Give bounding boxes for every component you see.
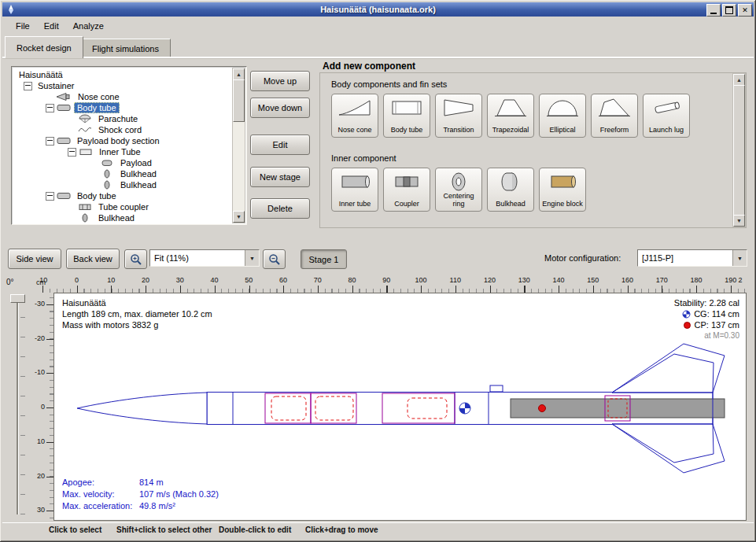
coupler-icon (389, 171, 424, 192)
ruler-label: 110 (450, 276, 461, 284)
add-transition-button[interactable]: Transition (435, 94, 482, 138)
move-down-button[interactable]: Move down (250, 98, 310, 118)
ruler-label: 160 (621, 276, 633, 284)
collapse-icon[interactable] (46, 192, 54, 201)
zoom-in-button[interactable] (124, 249, 147, 269)
hint-drag: Click+drag to move (305, 525, 378, 534)
collapse-icon[interactable] (46, 137, 54, 146)
motor-configuration-label: Motor configuration: (544, 253, 621, 263)
add-freeform-fin-button[interactable]: Freeform (591, 94, 638, 138)
add-centering-ring-button[interactable]: Centering ring (435, 168, 482, 212)
edit-button[interactable]: Edit (250, 135, 310, 155)
maximize-button[interactable] (722, 4, 736, 17)
tree-item-payload-section[interactable]: Payload body section (13, 135, 234, 146)
menu-bar: File Edit Analyze (2, 17, 756, 35)
delete-button[interactable]: Delete (250, 198, 310, 219)
scrollbar-thumb[interactable] (233, 79, 245, 122)
add-nose-cone-button[interactable]: Nose cone (331, 94, 378, 138)
stage-1-toggle[interactable]: Stage 1 (301, 249, 347, 269)
window-title: Haisunäätä (haisunaata.ork) (2, 5, 754, 14)
collapse-icon[interactable] (68, 148, 76, 157)
tree-item-nose-cone[interactable]: Nose cone (13, 91, 234, 102)
chevron-down-icon[interactable]: ▼ (245, 250, 259, 266)
tab-rocket-design[interactable]: Rocket design (5, 36, 83, 58)
transition-icon (441, 98, 476, 118)
tree-scrollbar[interactable]: ▲ ▼ (232, 68, 245, 223)
tree-item-body-tube-2[interactable]: Body tube (13, 190, 234, 201)
add-engine-block-button[interactable]: Engine block (539, 168, 586, 212)
ruler-label: -10 (35, 368, 45, 376)
add-body-tube-button[interactable]: Body tube (383, 94, 430, 138)
tab-flight-simulations[interactable]: Flight simulations (80, 39, 171, 58)
tree-item-stage[interactable]: Sustainer (13, 80, 234, 91)
nose-cone-icon (56, 92, 72, 101)
add-launch-lug-button[interactable]: Launch lug (643, 94, 690, 138)
scroll-up-icon[interactable]: ▲ (733, 74, 745, 86)
status-bar: Click to select Shift+click to select ot… (2, 522, 754, 538)
add-panel-scrollbar[interactable]: ▲ ▼ (732, 73, 746, 227)
fin-bottom[interactable] (612, 424, 714, 463)
add-inner-tube-button[interactable]: Inner tube (331, 168, 378, 212)
cg-icon (682, 310, 691, 319)
scrollbar-thumb[interactable] (733, 85, 745, 216)
tree-item-bulkhead[interactable]: Bulkhead (13, 179, 234, 190)
rocket-canvas[interactable]: Haisunäätä Length 189 cm, max. diameter … (53, 293, 747, 521)
new-stage-button[interactable]: New stage (250, 167, 310, 187)
move-up-button[interactable]: Move up (250, 71, 310, 91)
chevron-down-icon[interactable]: ▼ (732, 250, 747, 266)
stability-info: Stability: 2.28 cal CG: 114 cm CP: 137 c… (674, 297, 739, 341)
apogee-label: Apogee: (62, 477, 139, 489)
tree-item-rocket[interactable]: Haisunäätä (13, 69, 234, 80)
rocket-dimensions: Length 189 cm, max. diameter 10.2 cm (62, 308, 212, 319)
launch-lug-shape[interactable] (490, 385, 503, 392)
scroll-down-icon[interactable]: ▼ (233, 211, 245, 223)
tree-item-parachute[interactable]: Parachute (13, 113, 234, 124)
add-coupler-button[interactable]: Coupler (383, 168, 430, 212)
rocket-info: Haisunäätä Length 189 cm, max. diameter … (62, 297, 212, 330)
tree-item-shock-cord[interactable]: Shock cord (13, 124, 234, 135)
tree-item-tube-coupler[interactable]: Tube coupler (13, 201, 234, 212)
minimize-button[interactable] (706, 4, 721, 17)
menu-file[interactable]: File (9, 19, 37, 33)
collapse-icon[interactable] (46, 104, 54, 112)
inner-tube-icon (79, 147, 93, 157)
back-view-button[interactable]: Back view (66, 249, 120, 269)
ruler-label: 130 (518, 276, 530, 284)
inner-tube-icon (337, 171, 372, 192)
title-bar[interactable]: Haisunäätä (haisunaata.ork) ✕ (2, 2, 754, 17)
close-button[interactable]: ✕ (738, 4, 752, 17)
ruler-label: 0 (75, 276, 79, 284)
fin-top[interactable] (612, 354, 714, 393)
rocket-name: Haisunäätä (62, 297, 212, 308)
rotation-slider-track[interactable] (17, 297, 19, 514)
tree-item-inner-tube[interactable]: Inner Tube (13, 146, 234, 157)
mach-note: at M=0.30 (704, 330, 739, 341)
bulkhead-icon (100, 169, 114, 179)
nose-cone-shape[interactable] (77, 393, 207, 424)
zoom-select[interactable]: Fit (11%) ▼ (149, 249, 260, 267)
acceleration-label: Max. acceleration: (62, 500, 139, 512)
acceleration-value: 49.8 m/s² (139, 501, 175, 511)
vertical-ruler: -30-20-100102030 (31, 293, 53, 519)
motor-configuration-select[interactable]: [J115-P] ▼ (637, 249, 747, 267)
add-bulkhead-button[interactable]: Bulkhead (487, 168, 534, 212)
add-trapezoidal-fin-button[interactable]: Trapezoidal (487, 94, 534, 138)
tree-item-bulkhead[interactable]: Bulkhead (13, 168, 234, 179)
add-component-title: Add new component (323, 61, 415, 72)
scroll-up-icon[interactable]: ▲ (233, 68, 245, 80)
ruler-label: 190 (725, 276, 736, 284)
tree-item-bulkhead[interactable]: Bulkhead (13, 212, 234, 223)
scroll-down-icon[interactable]: ▼ (733, 215, 745, 227)
ruler-label: 80 (348, 276, 356, 284)
tree-item-payload[interactable]: Payload (13, 157, 234, 168)
tree-item-body-tube[interactable]: Body tube (13, 102, 234, 113)
parachute-icon (78, 114, 92, 124)
menu-edit[interactable]: Edit (37, 19, 66, 33)
add-elliptical-fin-button[interactable]: Elliptical (539, 94, 586, 138)
menu-analyze[interactable]: Analyze (66, 19, 111, 33)
collapse-icon[interactable] (24, 82, 32, 90)
rotation-slider-handle[interactable] (10, 294, 25, 303)
ruler-label: 120 (484, 276, 496, 284)
side-view-button[interactable]: Side view (8, 249, 61, 269)
zoom-out-button[interactable] (263, 249, 286, 269)
